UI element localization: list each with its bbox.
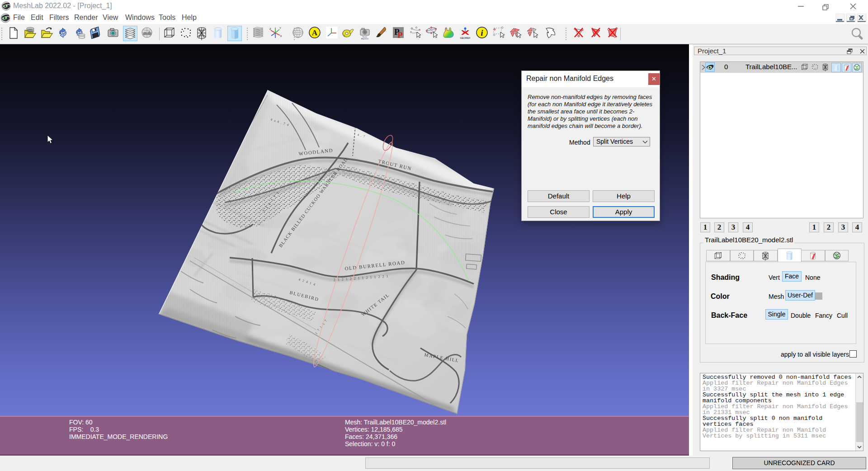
svg-text:P: P (397, 30, 403, 40)
svg-text:Y: Y (279, 27, 281, 29)
svg-text:Alignment: Alignment (361, 38, 368, 40)
svg-text:A: A (312, 28, 318, 37)
svg-text:4 4 1 4 1 1: 4 4 1 4 1 1 (282, 378, 303, 385)
svg-text:X: X (280, 35, 282, 38)
svg-text:Z: Z (269, 28, 271, 30)
svg-text:i: i (481, 28, 483, 38)
svg-text:GEOREF: GEOREF (460, 37, 471, 39)
